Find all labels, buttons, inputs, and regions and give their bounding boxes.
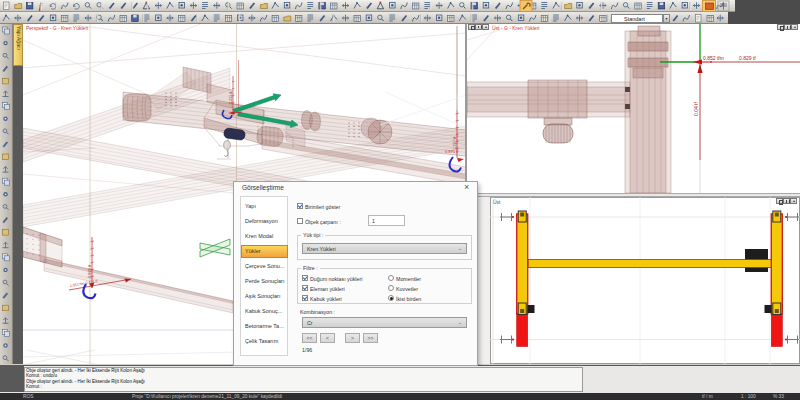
svg-text:0.895 tf: 0.895 tf <box>445 149 459 154</box>
svg-text:0.829 tf: 0.829 tf <box>739 55 756 61</box>
svg-text:0.211 tf: 0.211 tf <box>229 91 233 104</box>
svg-text:0.829 tf: 0.829 tf <box>87 264 92 278</box>
svg-text:0.04 tf: 0.04 tf <box>693 101 699 116</box>
svg-text:1.327 tf: 1.327 tf <box>452 136 457 150</box>
svg-text:0.852 tfm: 0.852 tfm <box>703 55 724 61</box>
